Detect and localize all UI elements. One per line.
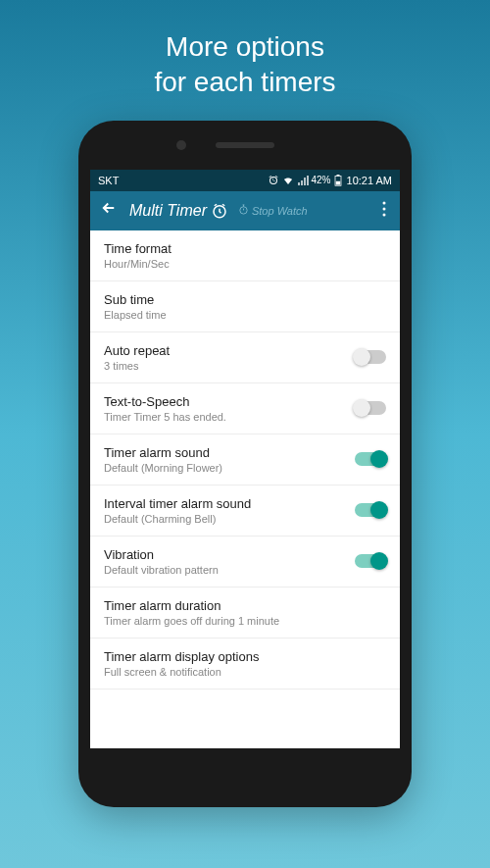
toggle-switch[interactable] bbox=[355, 503, 386, 517]
signal-icon bbox=[297, 175, 309, 186]
setting-title: Text-to-Speech bbox=[104, 394, 355, 409]
toggle-switch[interactable] bbox=[355, 554, 386, 568]
setting-title: Sub time bbox=[104, 292, 386, 307]
toggle-switch[interactable] bbox=[355, 452, 386, 466]
setting-title: Timer alarm sound bbox=[104, 445, 355, 460]
setting-subtitle: Hour/Min/Sec bbox=[104, 258, 386, 270]
setting-item[interactable]: Auto repeat3 times bbox=[90, 332, 400, 383]
promo-heading: More options for each timers bbox=[0, 0, 490, 121]
alarm-icon bbox=[268, 175, 279, 186]
setting-item[interactable]: Sub timeElapsed time bbox=[90, 281, 400, 332]
clock-icon bbox=[211, 202, 228, 220]
setting-text: Timer alarm soundDefault (Morning Flower… bbox=[104, 445, 355, 474]
setting-text: Interval timer alarm soundDefault (Charm… bbox=[104, 496, 355, 525]
toggle-switch[interactable] bbox=[355, 401, 386, 415]
setting-subtitle: Timer Timer 5 has ended. bbox=[104, 411, 355, 423]
stopwatch-icon bbox=[238, 204, 249, 217]
app-bar: Multi Timer Stop Watch bbox=[90, 191, 400, 230]
setting-text: Time formatHour/Min/Sec bbox=[104, 241, 386, 270]
setting-title: Auto repeat bbox=[104, 343, 355, 358]
promo-line2: for each timers bbox=[20, 65, 470, 100]
setting-item[interactable]: VibrationDefault vibration pattern bbox=[90, 536, 400, 587]
setting-subtitle: Elapsed time bbox=[104, 309, 386, 321]
setting-subtitle: Timer alarm goes off during 1 minute bbox=[104, 615, 386, 627]
phone-speaker bbox=[216, 142, 274, 148]
phone-screen: SKT 42% 10:21 AM bbox=[90, 170, 400, 748]
stopwatch-text: Stop Watch bbox=[252, 205, 308, 217]
svg-rect-1 bbox=[336, 175, 339, 177]
app-title: Multi Timer bbox=[129, 202, 228, 220]
phone-camera bbox=[176, 140, 186, 150]
svg-rect-2 bbox=[335, 181, 340, 185]
back-button[interactable] bbox=[96, 195, 122, 226]
setting-text: Timer alarm durationTimer alarm goes off… bbox=[104, 598, 386, 627]
status-bar: SKT 42% 10:21 AM bbox=[90, 170, 400, 191]
svg-point-6 bbox=[383, 207, 386, 210]
stopwatch-label[interactable]: Stop Watch bbox=[238, 204, 308, 217]
setting-text: Timer alarm display optionsFull screen &… bbox=[104, 649, 386, 678]
carrier-label: SKT bbox=[98, 175, 119, 186]
setting-title: Vibration bbox=[104, 547, 355, 562]
time-label: 10:21 AM bbox=[347, 175, 392, 186]
setting-subtitle: Default vibration pattern bbox=[104, 564, 355, 576]
toggle-switch[interactable] bbox=[355, 350, 386, 364]
setting-item[interactable]: Time formatHour/Min/Sec bbox=[90, 230, 400, 281]
setting-subtitle: 3 times bbox=[104, 360, 355, 372]
settings-list: Time formatHour/Min/SecSub timeElapsed t… bbox=[90, 230, 400, 748]
setting-text: Sub timeElapsed time bbox=[104, 292, 386, 321]
setting-item[interactable]: Timer alarm durationTimer alarm goes off… bbox=[90, 587, 400, 638]
status-right: 42% 10:21 AM bbox=[268, 175, 393, 186]
setting-subtitle: Default (Charming Bell) bbox=[104, 513, 355, 525]
setting-subtitle: Full screen & notification bbox=[104, 666, 386, 678]
wifi-icon bbox=[282, 175, 294, 186]
setting-title: Interval timer alarm sound bbox=[104, 496, 355, 511]
setting-title: Time format bbox=[104, 241, 386, 256]
setting-title: Timer alarm duration bbox=[104, 598, 386, 613]
setting-text: Text-to-SpeechTimer Timer 5 has ended. bbox=[104, 394, 355, 423]
svg-point-7 bbox=[383, 213, 386, 216]
battery-icon bbox=[334, 175, 342, 186]
promo-line1: More options bbox=[20, 29, 470, 65]
setting-text: Auto repeat3 times bbox=[104, 343, 355, 372]
setting-item[interactable]: Interval timer alarm soundDefault (Charm… bbox=[90, 485, 400, 536]
setting-subtitle: Default (Morning Flower) bbox=[104, 462, 355, 474]
setting-item[interactable]: Text-to-SpeechTimer Timer 5 has ended. bbox=[90, 383, 400, 434]
overflow-menu-button[interactable] bbox=[374, 197, 394, 225]
phone-frame: SKT 42% 10:21 AM bbox=[78, 121, 412, 807]
battery-label: 42% bbox=[312, 175, 331, 185]
setting-item[interactable]: Timer alarm display optionsFull screen &… bbox=[90, 638, 400, 689]
setting-text: VibrationDefault vibration pattern bbox=[104, 547, 355, 576]
svg-point-5 bbox=[383, 201, 386, 204]
setting-item[interactable]: Timer alarm soundDefault (Morning Flower… bbox=[90, 434, 400, 485]
setting-title: Timer alarm display options bbox=[104, 649, 386, 664]
app-title-text: Multi Timer bbox=[129, 202, 207, 220]
